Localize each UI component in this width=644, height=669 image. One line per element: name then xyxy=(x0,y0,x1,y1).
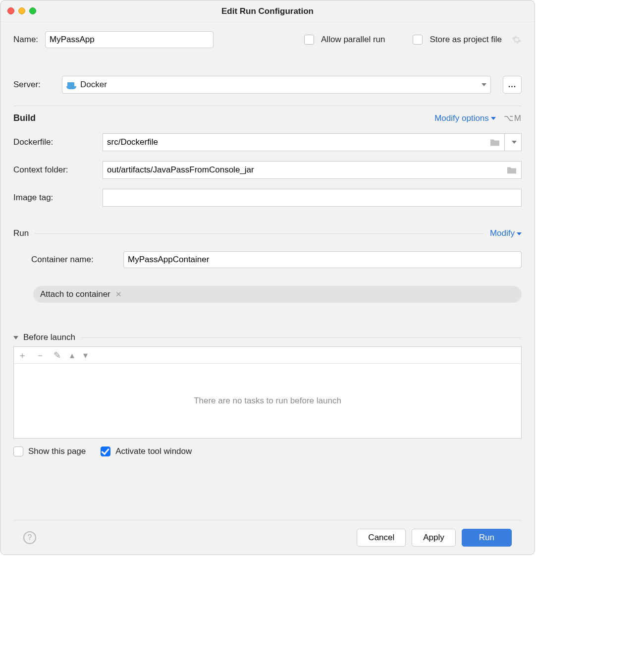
allow-parallel-checkbox[interactable] xyxy=(304,35,314,45)
chevron-down-icon xyxy=(517,232,522,235)
context-label: Context folder: xyxy=(13,165,103,175)
image-tag-field xyxy=(103,189,522,207)
gear-icon[interactable] xyxy=(512,35,522,45)
chevron-down-icon xyxy=(512,141,517,144)
dockerfile-dropdown[interactable] xyxy=(504,134,521,151)
store-project-checkbox[interactable] xyxy=(413,35,423,45)
show-page-label: Show this page xyxy=(28,446,86,456)
docker-icon xyxy=(66,80,77,89)
server-value: Docker xyxy=(80,80,107,90)
dockerfile-label: Dockerfile: xyxy=(13,137,103,147)
image-tag-input[interactable] xyxy=(103,189,521,206)
before-launch-box: ＋ － ✎ ▴ ▾ There are no tasks to run befo… xyxy=(13,346,522,439)
chevron-down-icon xyxy=(491,117,496,120)
show-page-checkbox[interactable] xyxy=(13,446,23,456)
apply-button[interactable]: Apply xyxy=(412,529,456,547)
server-more-button[interactable]: ... xyxy=(503,76,522,94)
cancel-button[interactable]: Cancel xyxy=(357,529,406,547)
zoom-icon[interactable] xyxy=(29,7,36,14)
minimize-icon[interactable] xyxy=(18,7,25,14)
activate-tool-checkbox[interactable] xyxy=(101,446,110,456)
image-tag-label: Image tag: xyxy=(13,193,103,203)
window-controls xyxy=(7,7,36,14)
chevron-down-icon[interactable] xyxy=(13,336,18,339)
run-button[interactable]: Run xyxy=(462,529,512,547)
run-modify[interactable]: Modify xyxy=(490,228,522,238)
context-field xyxy=(103,161,522,179)
close-icon[interactable]: ✕ xyxy=(115,290,122,299)
close-icon[interactable] xyxy=(7,7,14,14)
help-button[interactable]: ? xyxy=(23,531,36,544)
folder-icon[interactable] xyxy=(506,166,517,174)
activate-tool-label: Activate tool window xyxy=(115,446,192,456)
titlebar: Edit Run Configuration xyxy=(0,0,535,22)
before-launch-empty: There are no tasks to run before launch xyxy=(14,364,521,438)
context-input[interactable] xyxy=(103,162,502,178)
server-select[interactable]: Docker xyxy=(62,76,491,94)
name-input[interactable] xyxy=(45,31,214,48)
dockerfile-input[interactable] xyxy=(103,134,485,151)
allow-parallel-label: Allow parallel run xyxy=(321,35,385,45)
before-launch-title: Before launch xyxy=(23,333,75,342)
dockerfile-field xyxy=(103,133,522,151)
edit-icon[interactable]: ✎ xyxy=(54,350,61,361)
down-icon[interactable]: ▾ xyxy=(83,350,88,361)
up-icon[interactable]: ▴ xyxy=(70,350,74,361)
attach-tag-label: Attach to container xyxy=(40,289,110,299)
run-section-title: Run xyxy=(13,228,29,238)
folder-icon[interactable] xyxy=(489,138,500,147)
modify-shortcut: ⌥M xyxy=(504,113,522,123)
dialog-window: Edit Run Configuration Name: Allow paral… xyxy=(0,0,535,555)
build-section-title: Build xyxy=(13,113,36,123)
build-modify-options[interactable]: Modify options xyxy=(434,113,496,123)
store-project-label: Store as project file xyxy=(429,35,502,45)
name-label: Name: xyxy=(13,35,38,45)
container-name-label: Container name: xyxy=(31,255,123,265)
container-name-input[interactable] xyxy=(123,251,522,268)
attach-tag[interactable]: Attach to container ✕ xyxy=(33,286,522,303)
remove-icon[interactable]: － xyxy=(36,349,45,361)
chevron-down-icon xyxy=(482,83,486,86)
server-label: Server: xyxy=(13,80,55,90)
dialog-title: Edit Run Configuration xyxy=(221,6,314,16)
add-icon[interactable]: ＋ xyxy=(18,349,27,361)
